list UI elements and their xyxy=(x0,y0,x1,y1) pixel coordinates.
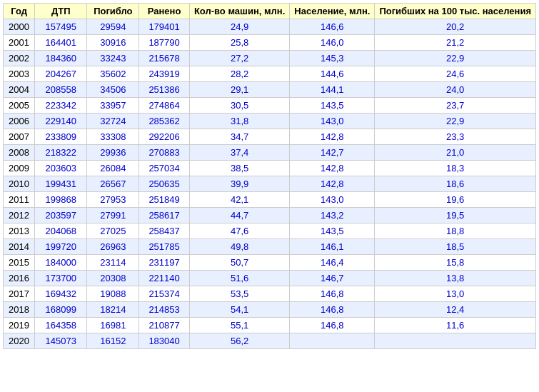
cell-injured: 221140 xyxy=(139,271,190,286)
cell-died: 27953 xyxy=(87,192,139,208)
cell-cars: 42,1 xyxy=(189,192,289,208)
cell-injured: 243919 xyxy=(139,66,190,82)
table-row: 20101994312656725063539,9142,818,6 xyxy=(4,176,536,192)
cell-year: 2012 xyxy=(4,208,35,223)
table-row: 20132040682702525843747,6143,518,8 xyxy=(4,223,536,239)
table-row: 20001574952959417940124,9146,620,2 xyxy=(4,19,536,35)
cell-rate: 23,7 xyxy=(375,98,536,114)
cell-rate: 23,3 xyxy=(375,129,536,145)
cell-dtp: 157495 xyxy=(35,19,87,35)
cell-dtp: 164358 xyxy=(35,318,87,333)
cell-cars: 55,1 xyxy=(189,318,289,333)
cell-year: 2007 xyxy=(4,129,35,145)
table-row: 20052233423395727486430,5143,523,7 xyxy=(4,98,536,114)
cell-died: 35602 xyxy=(87,66,139,82)
cell-injured: 270883 xyxy=(139,145,190,161)
cell-population: 146,6 xyxy=(290,19,375,35)
cell-population: 144,1 xyxy=(290,82,375,98)
cell-injured: 292206 xyxy=(139,129,190,145)
cell-population: 143,5 xyxy=(290,98,375,114)
cell-year: 2002 xyxy=(4,51,35,66)
cell-cars: 50,7 xyxy=(189,255,289,271)
table-row: 20151840002311423119750,7146,415,8 xyxy=(4,255,536,271)
cell-died: 27991 xyxy=(87,208,139,223)
cell-dtp: 184000 xyxy=(35,255,87,271)
cell-year: 2018 xyxy=(4,302,35,318)
cell-died: 16981 xyxy=(87,318,139,333)
cell-year: 2005 xyxy=(4,98,35,114)
cell-population: 142,8 xyxy=(290,161,375,176)
header-row: Год ДТП Погибло Ранено Кол-во машин, млн… xyxy=(4,4,536,19)
cell-dtp: 184360 xyxy=(35,51,87,66)
cell-population: 142,8 xyxy=(290,176,375,192)
cell-cars: 38,5 xyxy=(189,161,289,176)
cell-rate xyxy=(375,333,536,349)
cell-population: 146,8 xyxy=(290,286,375,302)
cell-rate: 21,0 xyxy=(375,145,536,161)
cell-year: 2010 xyxy=(4,176,35,192)
cell-year: 2016 xyxy=(4,271,35,286)
cell-injured: 231197 xyxy=(139,255,190,271)
data-table: Год ДТП Погибло Ранено Кол-во машин, млн… xyxy=(3,3,536,349)
cell-rate: 21,2 xyxy=(375,35,536,51)
cell-population: 143,5 xyxy=(290,223,375,239)
cell-population: 146,4 xyxy=(290,255,375,271)
cell-died: 23114 xyxy=(87,255,139,271)
cell-dtp: 229140 xyxy=(35,114,87,129)
cell-dtp: 199431 xyxy=(35,176,87,192)
header-population: Население, млн. xyxy=(290,4,375,19)
cell-died: 34506 xyxy=(87,82,139,98)
cell-died: 33243 xyxy=(87,51,139,66)
cell-year: 2017 xyxy=(4,286,35,302)
cell-dtp: 204267 xyxy=(35,66,87,82)
cell-year: 2006 xyxy=(4,114,35,129)
cell-cars: 47,6 xyxy=(189,223,289,239)
cell-died: 26084 xyxy=(87,161,139,176)
cell-dtp: 169432 xyxy=(35,286,87,302)
cell-year: 2015 xyxy=(4,255,35,271)
cell-rate: 18,6 xyxy=(375,176,536,192)
cell-dtp: 168099 xyxy=(35,302,87,318)
cell-injured: 215678 xyxy=(139,51,190,66)
cell-year: 2003 xyxy=(4,66,35,82)
cell-rate: 24,0 xyxy=(375,82,536,98)
cell-population: 145,3 xyxy=(290,51,375,66)
cell-cars: 30,5 xyxy=(189,98,289,114)
main-container: Год ДТП Погибло Ранено Кол-во машин, млн… xyxy=(0,0,539,352)
cell-injured: 250635 xyxy=(139,176,190,192)
cell-year: 2000 xyxy=(4,19,35,35)
cell-dtp: 164401 xyxy=(35,35,87,51)
header-died: Погибло xyxy=(87,4,139,19)
cell-injured: 187790 xyxy=(139,35,190,51)
table-row: 20181680991821421485354,1146,812,4 xyxy=(4,302,536,318)
cell-year: 2020 xyxy=(4,333,35,349)
cell-cars: 44,7 xyxy=(189,208,289,223)
cell-rate: 13,8 xyxy=(375,271,536,286)
table-row: 20201450731615218304056,2 xyxy=(4,333,536,349)
table-row: 20161737002030822114051,6146,713,8 xyxy=(4,271,536,286)
table-row: 20171694321908821537453,5146,813,0 xyxy=(4,286,536,302)
cell-population: 143,0 xyxy=(290,114,375,129)
cell-injured: 215374 xyxy=(139,286,190,302)
cell-cars: 28,2 xyxy=(189,66,289,82)
cell-population: 146,1 xyxy=(290,239,375,255)
cell-cars: 53,5 xyxy=(189,286,289,302)
cell-cars: 29,1 xyxy=(189,82,289,98)
table-row: 20072338093330829220634,7142,823,3 xyxy=(4,129,536,145)
table-row: 20111998682795325184942,1143,019,6 xyxy=(4,192,536,208)
cell-rate: 12,4 xyxy=(375,302,536,318)
table-row: 20092036032608425703438,5142,818,3 xyxy=(4,161,536,176)
cell-died: 33957 xyxy=(87,98,139,114)
cell-died: 29936 xyxy=(87,145,139,161)
cell-dtp: 204068 xyxy=(35,223,87,239)
cell-population xyxy=(290,333,375,349)
cell-cars: 24,9 xyxy=(189,19,289,35)
cell-cars: 56,2 xyxy=(189,333,289,349)
cell-rate: 19,6 xyxy=(375,192,536,208)
cell-injured: 258617 xyxy=(139,208,190,223)
cell-year: 2001 xyxy=(4,35,35,51)
header-injured: Ранено xyxy=(139,4,190,19)
cell-dtp: 199720 xyxy=(35,239,87,255)
cell-rate: 18,8 xyxy=(375,223,536,239)
cell-cars: 51,6 xyxy=(189,271,289,286)
